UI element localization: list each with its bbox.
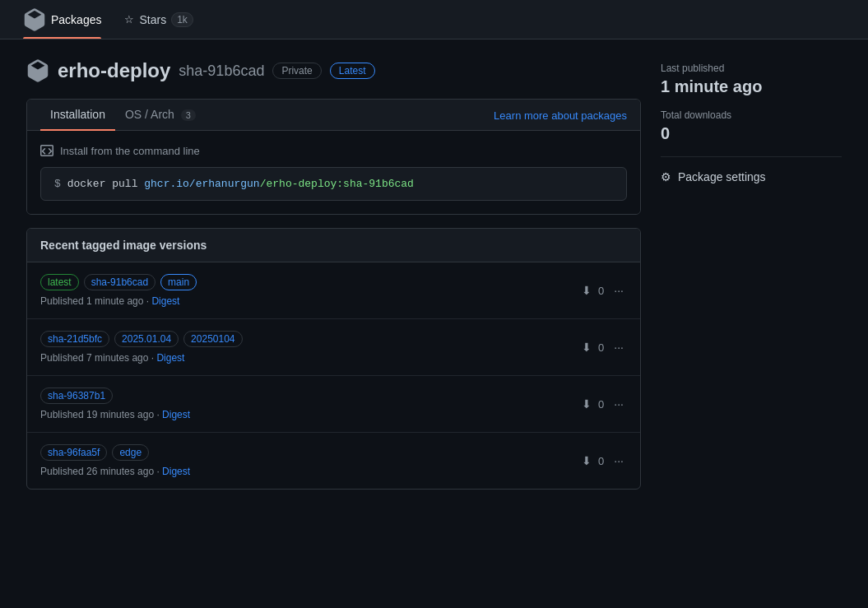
package-title-row: erho-deploy sha-91b6cad Private Latest (26, 59, 641, 82)
version-meta: Published 7 minutes ago · Digest (40, 352, 243, 364)
version-meta: Published 19 minutes ago · Digest (40, 409, 190, 420)
tab-installation[interactable]: Installation (40, 100, 115, 131)
ellipsis-button[interactable]: ··· (610, 453, 627, 469)
code-path: /erho-deploy:sha-91b6cad (260, 178, 414, 190)
total-downloads-label: Total downloads (661, 109, 842, 121)
nav-stars[interactable]: ☆ Stars 1k (114, 6, 202, 34)
right-panel: Last published 1 minute ago Total downlo… (661, 59, 842, 490)
version-left: sha-21d5bfc2025.01.0420250104Published 7… (40, 331, 243, 364)
main-content: erho-deploy sha-91b6cad Private Latest I… (0, 39, 868, 509)
version-tag[interactable]: sha-96387b1 (40, 388, 113, 404)
top-nav: Packages ☆ Stars 1k (0, 0, 868, 39)
download-icon: ⬇ (582, 454, 592, 467)
code-user: ghcr.io/erhanurgun (144, 178, 259, 190)
version-left: sha-96387b1Published 19 minutes ago · Di… (40, 388, 190, 420)
ellipsis-button[interactable]: ··· (610, 396, 627, 412)
gear-icon: ⚙ (661, 170, 671, 183)
version-tag[interactable]: 20250104 (183, 331, 242, 347)
package-settings-label: Package settings (678, 170, 766, 183)
digest-link[interactable]: Digest (156, 352, 184, 364)
code-command: docker pull (67, 178, 145, 190)
tabs-header: Installation OS / Arch 3 Learn more abou… (27, 100, 640, 131)
install-section: Install from the command line $ docker p… (27, 131, 640, 214)
package-nav-icon (23, 8, 46, 31)
version-tag[interactable]: latest (40, 274, 79, 290)
version-right: ⬇ 0 ··· (582, 396, 627, 412)
version-tags: sha-96387b1 (40, 388, 190, 404)
download-icon: ⬇ (582, 284, 592, 297)
version-row: sha-96faa5fedgePublished 26 minutes ago … (27, 433, 640, 489)
download-icon: ⬇ (582, 341, 592, 354)
version-meta: Published 26 minutes ago · Digest (40, 466, 190, 477)
code-block: $ docker pull ghcr.io/erhanurgun/erho-de… (40, 167, 627, 201)
version-right: ⬇ 0 ··· (582, 339, 627, 355)
download-count: 0 (598, 341, 604, 354)
version-tag[interactable]: 2025.01.04 (114, 331, 179, 347)
version-tag[interactable]: edge (112, 444, 149, 461)
package-settings-link[interactable]: ⚙ Package settings (661, 170, 842, 183)
download-count: 0 (598, 398, 604, 411)
version-tag[interactable]: main (160, 274, 197, 290)
download-count: 0 (598, 285, 604, 297)
version-tag[interactable]: sha-91b6cad (84, 274, 155, 290)
version-tags: sha-21d5bfc2025.01.0420250104 (40, 331, 243, 347)
digest-link[interactable]: Digest (151, 295, 179, 307)
installation-tabs-container: Installation OS / Arch 3 Learn more abou… (26, 99, 641, 215)
total-downloads-value: 0 (661, 124, 842, 143)
version-tags: latestsha-91b6cadmain (40, 274, 197, 290)
version-row: sha-21d5bfc2025.01.0420250104Published 7… (27, 319, 640, 376)
digest-link[interactable]: Digest (162, 409, 190, 420)
ellipsis-button[interactable]: ··· (610, 282, 627, 299)
package-ref: sha-91b6cad (179, 63, 264, 80)
version-right: ⬇ 0 ··· (582, 453, 627, 469)
version-meta: Published 1 minute ago · Digest (40, 295, 197, 307)
last-published-stat: Last published 1 minute ago (661, 63, 842, 96)
version-left: sha-96faa5fedgePublished 26 minutes ago … (40, 444, 190, 477)
learn-more-link[interactable]: Learn more about packages (494, 109, 627, 122)
left-panel: erho-deploy sha-91b6cad Private Latest I… (26, 59, 641, 490)
star-icon: ☆ (124, 13, 134, 26)
private-badge: Private (272, 63, 321, 79)
version-tag[interactable]: sha-96faa5f (40, 444, 107, 461)
terminal-icon (40, 144, 53, 157)
nav-packages-label: Packages (51, 13, 101, 26)
install-label: Install from the command line (40, 144, 627, 157)
version-left: latestsha-91b6cadmainPublished 1 minute … (40, 274, 197, 307)
latest-badge: Latest (330, 63, 375, 79)
versions-list: latestsha-91b6cadmainPublished 1 minute … (27, 262, 640, 489)
package-name: erho-deploy (58, 59, 170, 82)
stars-count: 1k (171, 12, 193, 27)
os-arch-count: 3 (181, 109, 196, 121)
nav-packages[interactable]: Packages (13, 2, 111, 38)
total-downloads-stat: Total downloads 0 (661, 109, 842, 143)
install-label-text: Install from the command line (60, 145, 200, 157)
tabs-right: Learn more about packages (494, 109, 627, 122)
versions-container: Recent tagged image versions latestsha-9… (26, 228, 641, 490)
tab-os-arch[interactable]: OS / Arch 3 (115, 100, 206, 131)
version-row: latestsha-91b6cadmainPublished 1 minute … (27, 262, 640, 319)
version-right: ⬇ 0 ··· (582, 282, 627, 299)
code-dollar: $ (54, 178, 61, 190)
package-icon (26, 59, 49, 82)
last-published-label: Last published (661, 63, 842, 74)
versions-header: Recent tagged image versions (27, 229, 640, 262)
download-count: 0 (598, 455, 604, 467)
nav-stars-label: Stars (139, 13, 166, 26)
last-published-value: 1 minute ago (661, 77, 842, 96)
version-tags: sha-96faa5fedge (40, 444, 190, 461)
divider (661, 156, 842, 157)
ellipsis-button[interactable]: ··· (610, 339, 627, 355)
digest-link[interactable]: Digest (162, 466, 190, 477)
version-tag[interactable]: sha-21d5bfc (40, 331, 109, 347)
download-icon: ⬇ (582, 397, 592, 411)
version-row: sha-96387b1Published 19 minutes ago · Di… (27, 376, 640, 433)
